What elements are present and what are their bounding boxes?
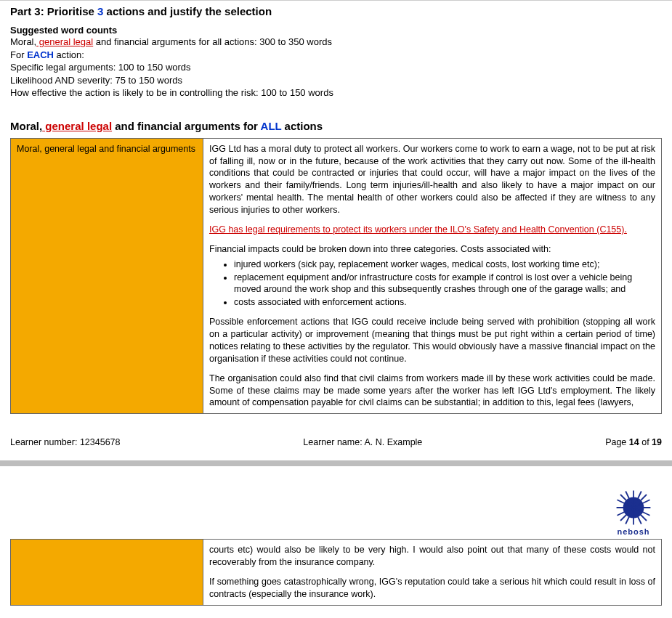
list-item: costs associated with enforcement action… (234, 296, 655, 309)
nebosh-icon (614, 488, 653, 527)
part-prefix: Part 3: Prioritise (10, 5, 97, 17)
list-item: replacement equipment and/or infrastruct… (234, 272, 655, 296)
page-footer: Learner number: 12345678 Learner name: A… (0, 420, 672, 460)
learner-number: Learner number: 12345678 (10, 437, 121, 447)
table-row: Moral, general legal and financial argum… (11, 138, 662, 414)
arguments-label-cell-cont (11, 540, 203, 606)
learner-name: Learner name: A. N. Example (303, 437, 422, 447)
para-legal-red: IGG has legal requirements to protect it… (209, 224, 655, 236)
arguments-table-continued: courts etc) would also be likely to be v… (10, 539, 662, 606)
logo-text: nebosh (617, 527, 649, 536)
para-courts: courts etc) would also be likely to be v… (209, 544, 655, 569)
wc-line1: Moral, general legal and financial argum… (10, 36, 662, 49)
arguments-table: Moral, general legal and financial argum… (10, 138, 662, 415)
each-word: EACH (27, 49, 54, 60)
wc-each: For EACH action: (10, 49, 662, 62)
wc-line1-red: general legal (36, 36, 93, 47)
arguments-content-cell-cont: courts etc) would also be likely to be v… (203, 540, 662, 606)
para-moral: IGG Ltd has a moral duty to protect all … (209, 143, 655, 216)
logo-area: nebosh (0, 466, 672, 539)
para-financial-intro: Financial impacts could be broken down i… (209, 243, 655, 256)
list-item: injured workers (sick pay, replacement w… (234, 259, 655, 271)
bullet-list: injured workers (sick pay, replacement w… (209, 259, 655, 309)
page-2-content: courts etc) would also be likely to be v… (0, 539, 672, 610)
section-title: Moral, general legal and financial argum… (10, 120, 662, 132)
page-separator (0, 460, 672, 466)
wc-line2: Specific legal arguments: 100 to 150 wor… (10, 61, 662, 74)
wc-line4: How effective the action is likely to be… (10, 86, 662, 99)
wc-line3: Likelihood AND severity: 75 to 150 words (10, 74, 662, 87)
table-row: courts etc) would also be likely to be v… (11, 540, 662, 606)
word-counts-title: Suggested word counts (10, 25, 662, 36)
para-enforcement: Possible enforcement actions that IGG co… (209, 316, 655, 365)
para-civil-claims: The organisation could also find that ci… (209, 373, 655, 410)
para-reputation: If something goes catastrophically wrong… (209, 576, 655, 601)
part-suffix: actions and justify the selection (103, 5, 272, 17)
nebosh-logo: nebosh (614, 488, 653, 536)
arguments-label-cell: Moral, general legal and financial argum… (11, 138, 203, 414)
section-all: ALL (261, 120, 282, 132)
arguments-content-cell: IGG Ltd has a moral duty to protect all … (203, 138, 662, 414)
page-number: Page 14 of 19 (605, 437, 662, 447)
part-title: Part 3: Prioritise 3 actions and justify… (10, 5, 662, 17)
section-red: general legal (42, 120, 112, 132)
page-1-content: Part 3: Prioritise 3 actions and justify… (0, 0, 672, 420)
